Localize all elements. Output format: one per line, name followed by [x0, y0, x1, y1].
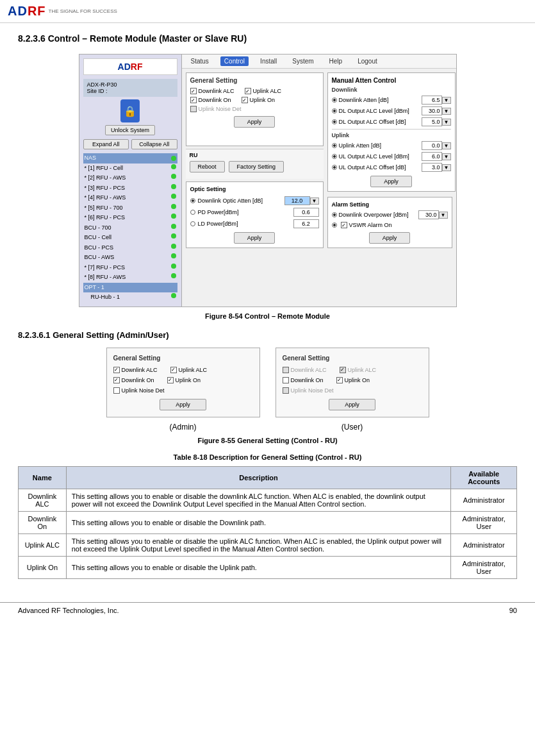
unlock-button[interactable]: Unlock System [105, 125, 155, 135]
uplink-on-cb[interactable] [242, 97, 248, 103]
ul-offset-dropdown[interactable]: ▼ [442, 164, 451, 171]
admin-dl-alc-cb[interactable] [113, 367, 120, 373]
user-ul-on-cb[interactable] [336, 377, 343, 383]
vswr-cb[interactable] [341, 222, 347, 228]
general-apply-button[interactable]: Apply [234, 116, 276, 128]
admin-ul-alc[interactable]: Uplink ALC [170, 367, 208, 373]
admin-ul-on[interactable]: Uplink On [167, 377, 201, 383]
ul-offset-label: UL Output ALC Offset [dB] [339, 164, 406, 171]
uplink-alc-checkbox[interactable]: Uplink ALC [245, 88, 282, 94]
dl-atten-dropdown[interactable]: ▼ [442, 97, 451, 104]
admin-dl-on-cb[interactable] [113, 377, 120, 383]
user-ul-on[interactable]: Uplink On [336, 377, 370, 383]
status-dot [171, 244, 176, 249]
overpower-dropdown[interactable]: ▼ [439, 212, 448, 219]
tree-item-bcu-aws: BCU - AWS [83, 253, 177, 263]
lock-icon [120, 99, 140, 122]
cell-accounts-2: Administrator [451, 533, 517, 556]
user-dl-on-cb[interactable] [283, 377, 289, 383]
dl-alc-label: DL Output ALC Level [dBm] [339, 108, 409, 114]
admin-dl-on[interactable]: Downlink On [113, 377, 154, 383]
dl-optic-label: Downlink Optic Atten [dB] [198, 197, 263, 204]
table-row: Downlink ALC This setting allows you to … [19, 489, 517, 511]
figure-55-caption: Figure 8-55 General Setting (Control - R… [18, 437, 517, 444]
reboot-button[interactable]: Reboot [190, 161, 225, 172]
factory-setting-button[interactable]: Factory Setting [229, 161, 284, 172]
admin-gs-title: General Setting [113, 355, 253, 362]
user-general-setting: General Setting Downlink ALC Uplink ALC … [276, 348, 429, 417]
nav-logout[interactable]: Logout [354, 56, 381, 66]
two-panel-container: General Setting Downlink ALC Uplink ALC … [18, 348, 517, 432]
downlink-on-checkbox[interactable]: Downlink On [190, 97, 231, 103]
dl-optic-dropdown[interactable]: ▼ [310, 197, 319, 205]
tree-label: BCU - 700 [85, 224, 111, 231]
nav-control[interactable]: Control [220, 56, 249, 66]
ul-atten-radio[interactable] [332, 143, 337, 148]
admin-row1: Downlink ALC Uplink ALC [113, 367, 253, 373]
tree-item-bcu-cell: BCU - Cell [83, 233, 177, 243]
ul-offset-row: UL Output ALC Offset [dB] ▼ [332, 163, 451, 172]
collapse-all-button[interactable]: Collapse All [131, 139, 177, 149]
vswr-checkbox[interactable]: VSWR Alarm On [332, 222, 392, 228]
expand-all-button[interactable]: Expand All [83, 139, 129, 149]
dl-offset-dropdown[interactable]: ▼ [442, 119, 451, 126]
dl-alc-input[interactable] [422, 106, 442, 115]
nav-help[interactable]: Help [325, 56, 347, 66]
admin-apply-button[interactable]: Apply [160, 399, 206, 410]
tree-label: BCU - PCS [85, 244, 114, 251]
ul-offset-radio[interactable] [332, 165, 337, 170]
sidebar-expand-collapse: Expand All Collapse All [83, 139, 177, 149]
optic-apply-button[interactable]: Apply [234, 232, 276, 244]
dl-output-alc-row: DL Output ALC Level [dBm] ▼ [332, 106, 451, 115]
nav-install[interactable]: Install [256, 56, 281, 66]
tree-item-rfu8: * [8] RFU - AWS [83, 273, 177, 283]
atten-apply-button[interactable]: Apply [370, 176, 412, 187]
admin-ul-on-cb[interactable] [167, 377, 174, 383]
ul-alc-radio[interactable] [332, 154, 337, 159]
dl-optic-input[interactable] [284, 196, 310, 205]
dl-alc-dropdown[interactable]: ▼ [442, 108, 451, 115]
dl-alc-radio[interactable] [332, 108, 337, 113]
right-column: Manual Atten Control Downlink Downlink A… [327, 72, 452, 248]
dl-optic-radio[interactable] [190, 198, 195, 203]
status-dot [171, 164, 176, 169]
admin-ul-alc-cb[interactable] [170, 367, 177, 373]
dl-offset-radio[interactable] [332, 119, 337, 124]
pd-power-radio[interactable] [190, 210, 195, 215]
alarm-apply-button[interactable]: Apply [369, 232, 411, 244]
uplink-on-checkbox[interactable]: Uplink On [242, 97, 276, 103]
user-dl-on[interactable]: Downlink On [283, 377, 324, 383]
user-apply-button[interactable]: Apply [329, 399, 375, 410]
ul-offset-input[interactable] [422, 163, 442, 172]
section-heading: 8.2.3.6 Control – Remote Module (Master … [18, 33, 517, 44]
ul-atten-dropdown[interactable]: ▼ [442, 142, 451, 149]
downlink-alc-checkbox[interactable]: Downlink ALC [190, 88, 235, 94]
admin-dl-alc[interactable]: Downlink ALC [113, 367, 158, 373]
dl-atten-input[interactable] [422, 96, 442, 105]
downlink-on-cb[interactable] [190, 97, 197, 103]
screenshot-right-panel: Status Control Install System Help Logou… [182, 55, 456, 307]
pd-power-input[interactable] [293, 208, 319, 217]
overpower-input[interactable] [418, 210, 439, 219]
ul-alc-dropdown[interactable]: ▼ [442, 153, 451, 160]
dl-atten-radio[interactable] [332, 97, 337, 103]
ld-power-input[interactable] [293, 219, 319, 228]
sidebar-lock: Unlock System [83, 99, 177, 135]
pd-power-row: PD Power[dBm] [190, 208, 319, 217]
uplink-noise-label: Uplink Noise Det [199, 106, 242, 112]
vswr-radio[interactable] [332, 223, 337, 228]
uplink-alc-cb[interactable] [245, 88, 251, 94]
nav-system[interactable]: System [288, 56, 317, 66]
nav-status[interactable]: Status [187, 56, 213, 66]
ul-atten-input[interactable] [422, 141, 442, 150]
admin-general-setting: General Setting Downlink ALC Uplink ALC … [106, 348, 260, 417]
sidebar-logo: ADRF [83, 58, 177, 75]
vswr-row: VSWR Alarm On [332, 222, 448, 228]
dl-offset-input[interactable] [422, 117, 442, 126]
ul-alc-input[interactable] [422, 152, 442, 161]
tree-item-bcu-pcs: BCU - PCS [83, 243, 177, 253]
overpower-radio[interactable] [332, 212, 337, 217]
user-ul-alc-cb [340, 367, 346, 373]
downlink-alc-cb[interactable] [190, 88, 197, 94]
ld-power-radio[interactable] [190, 221, 195, 226]
